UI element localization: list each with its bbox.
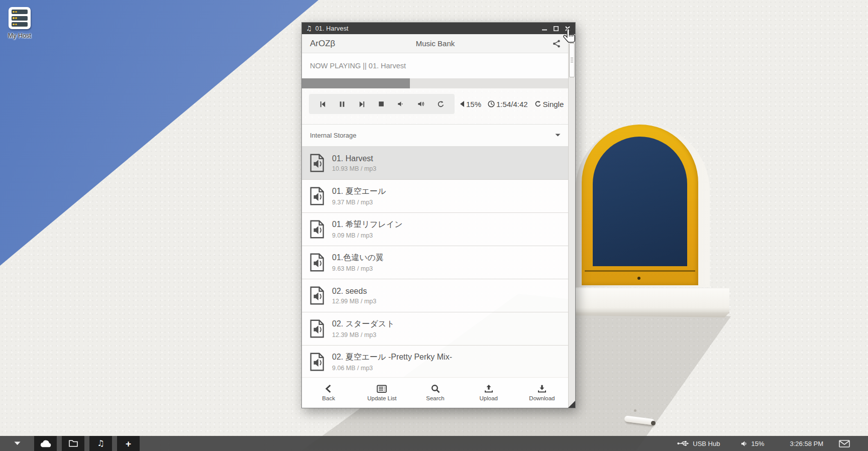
now-playing-label: NOW PLAYING || 01. Harvest	[310, 62, 406, 70]
back-button[interactable]: Back	[302, 378, 355, 408]
time-readout: 1:54/4:42	[488, 100, 528, 108]
share-button[interactable]	[553, 40, 561, 48]
photo-window-glass	[593, 137, 687, 266]
audio-file-icon	[309, 319, 325, 338]
pause-button[interactable]	[339, 100, 346, 108]
update-list-button[interactable]: Update List	[355, 378, 408, 408]
audio-file-icon	[309, 353, 325, 371]
window-scrollbar[interactable]	[568, 34, 575, 408]
upload-button[interactable]: Upload	[462, 378, 515, 408]
audio-file-icon	[309, 253, 325, 272]
desktop-icon-label: My Host	[3, 32, 36, 39]
search-icon	[431, 384, 440, 393]
track-row[interactable]: 01. Harvest 10.93 MB / mp3	[302, 147, 569, 180]
track-row[interactable]: 01.色違いの翼 9.63 MB / mp3	[302, 246, 569, 279]
taskbar-music-app[interactable]: ♫	[89, 436, 112, 451]
track-row[interactable]: 01. 夏空エール 9.37 MB / mp3	[302, 180, 569, 213]
audio-file-icon	[309, 154, 325, 172]
taskbar-add-app[interactable]: +	[117, 436, 140, 451]
storage-selector[interactable]: Internal Storage	[302, 124, 569, 147]
maximize-button[interactable]	[553, 25, 560, 32]
wall-pipe-tip	[651, 421, 656, 425]
resize-handle[interactable]	[568, 401, 575, 408]
folder-icon	[68, 439, 78, 447]
photo-window-frame-line	[585, 270, 695, 272]
audio-file-icon	[309, 187, 325, 205]
next-track-button[interactable]	[358, 100, 366, 108]
usb-icon	[677, 440, 689, 447]
photo-window-knob	[637, 277, 640, 280]
usb-hub-status[interactable]: USB Hub	[677, 440, 720, 447]
desktop-icon-my-host[interactable]: My Host	[3, 7, 36, 39]
audio-file-icon	[309, 220, 325, 239]
taskbar: ♫ + USB Hub 15% 3:26:58 PM	[0, 436, 868, 451]
taskbar-expand-caret[interactable]	[0, 441, 34, 445]
messages-tray[interactable]	[839, 440, 850, 447]
footer-toolbar: Back Update List Search Upload Download	[302, 377, 569, 408]
wall-pipe-dot	[634, 409, 636, 412]
minimize-button[interactable]	[541, 25, 548, 32]
player-controls: 15% 1:54/4:42 Single	[302, 94, 569, 114]
now-playing-row: NOW PLAYING || 01. Harvest	[302, 53, 569, 78]
window-titlebar[interactable]: ♫ 01. Harvest	[302, 23, 575, 34]
music-note-icon: ♫	[306, 25, 312, 32]
upload-icon	[484, 384, 493, 393]
track-row[interactable]: 02. seeds 12.99 MB / mp3	[302, 279, 569, 312]
volume-down-icon[interactable]	[397, 100, 404, 107]
repeat-mode-icon	[534, 100, 541, 107]
stop-button[interactable]	[378, 100, 385, 107]
clock[interactable]: 3:26:58 PM	[790, 440, 824, 447]
volume-status[interactable]: 15%	[741, 440, 764, 447]
chevron-left-icon	[324, 384, 333, 393]
app-header: Music Bank ArOZβ	[302, 34, 569, 53]
clock-icon	[488, 100, 495, 107]
photo-window-sill	[573, 288, 729, 312]
repeat-button[interactable]	[437, 100, 445, 108]
app-title: Music Bank	[302, 39, 569, 48]
transport-buttons	[309, 94, 455, 114]
speaker-icon	[741, 440, 747, 447]
progress-fill	[302, 78, 410, 88]
track-row[interactable]: 01. 希望リフレイン 9.09 MB / mp3	[302, 213, 569, 246]
plus-icon: +	[126, 439, 131, 448]
volume-triangle-icon	[460, 101, 465, 107]
play-mode-toggle[interactable]: Single	[534, 100, 564, 108]
previous-track-button[interactable]	[319, 100, 327, 108]
music-player-window: ♫ 01. Harvest Music Bank ArOZβ	[301, 22, 576, 408]
search-button[interactable]: Search	[408, 378, 462, 408]
audio-file-icon	[309, 286, 325, 305]
list-icon	[377, 385, 387, 393]
volume-readout: 15%	[460, 100, 481, 108]
mouse-cursor-hand	[563, 28, 577, 45]
window-title: 01. Harvest	[315, 25, 349, 32]
caret-down-icon	[14, 441, 21, 445]
taskbar-cloud-app[interactable]	[34, 436, 57, 451]
track-row[interactable]: 02. 夏空エール -Pretty Perky Mix- 9.06 MB / m…	[302, 346, 569, 377]
storage-selector-value: Internal Storage	[310, 132, 357, 139]
volume-up-icon[interactable]	[417, 100, 425, 107]
download-icon	[537, 384, 547, 393]
download-button[interactable]: Download	[515, 378, 569, 408]
scrollbar-thumb[interactable]	[569, 43, 575, 77]
cloud-icon	[39, 439, 52, 448]
track-row[interactable]: 02. スターダスト 12.39 MB / mp3	[302, 312, 569, 346]
server-icon	[9, 7, 31, 29]
track-list: 01. Harvest 10.93 MB / mp3 01. 夏空エール 9.3…	[302, 147, 569, 377]
music-note-icon: ♫	[97, 439, 104, 447]
progress-bar[interactable]	[302, 78, 569, 88]
taskbar-files-app[interactable]	[62, 436, 84, 451]
chevron-down-icon	[555, 134, 561, 137]
envelope-icon	[839, 440, 850, 447]
